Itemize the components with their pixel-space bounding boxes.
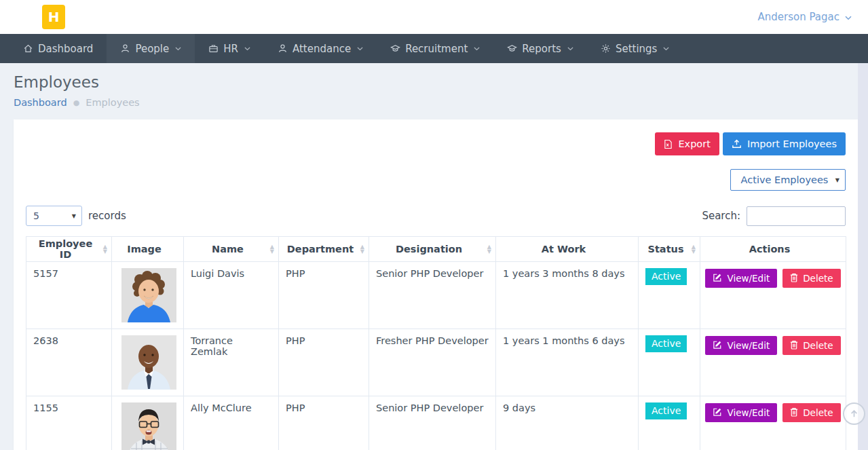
person-icon <box>278 43 288 54</box>
records-label: records <box>88 210 126 222</box>
trash-icon <box>790 273 798 284</box>
records-per-page-select[interactable]: 5 <box>26 206 82 226</box>
column-header-name[interactable]: Name▲▼ <box>184 237 279 262</box>
home-icon <box>23 43 33 54</box>
list-controls: 5 ▼ records Search: <box>26 206 846 226</box>
cell-actions: View/EditDelete <box>700 262 846 329</box>
table-header-row: Employee ID▲▼ImageName▲▼Department▲▼Desi… <box>26 237 846 262</box>
delete-button[interactable]: Delete <box>782 403 840 422</box>
excel-file-icon <box>664 139 673 149</box>
table-row: 1155 Ally McClurePHPSenior PHP Developer… <box>26 396 846 450</box>
breadcrumb-separator: ● <box>73 98 80 107</box>
view-edit-button[interactable]: View/Edit <box>705 269 777 288</box>
nav-item-dashboard[interactable]: Dashboard <box>10 34 107 63</box>
view-edit-button[interactable]: View/Edit <box>705 403 777 422</box>
employee-filter-select[interactable]: Active Employees <box>730 169 846 191</box>
delete-label: Delete <box>803 340 833 351</box>
nav-item-label: People <box>135 43 169 55</box>
delete-label: Delete <box>803 273 833 284</box>
graduation-cap-icon <box>390 43 400 54</box>
cell-name: Torrance Zemlak <box>184 329 279 396</box>
cell-at-work: 1 years 1 months 6 days <box>496 329 639 396</box>
cell-designation: Senior PHP Developer <box>369 396 496 450</box>
chevron-down-icon <box>244 47 250 51</box>
sort-icon[interactable]: ▲▼ <box>103 244 107 254</box>
trash-icon <box>790 407 798 419</box>
breadcrumb-current: Employees <box>86 97 139 108</box>
user-menu[interactable]: Anderson Pagac <box>758 11 852 23</box>
person-icon <box>120 43 130 54</box>
employees-table: Employee ID▲▼ImageName▲▼Department▲▼Desi… <box>26 236 846 450</box>
trash-icon <box>790 340 798 352</box>
cell-department: PHP <box>279 329 369 396</box>
nav-item-attendance[interactable]: Attendance <box>264 34 377 63</box>
cell-department: PHP <box>279 396 369 450</box>
export-button[interactable]: Export <box>655 132 719 155</box>
cell-name: Ally McClure <box>184 396 279 450</box>
delete-label: Delete <box>803 407 833 418</box>
page-header: Employees Dashboard ● Employees <box>0 63 868 108</box>
cell-employee-id: 5157 <box>26 262 112 329</box>
cell-designation: Fresher PHP Developer <box>369 329 496 396</box>
column-header-designation[interactable]: Designation▲▼ <box>369 237 496 262</box>
cell-employee-id: 2638 <box>26 329 112 396</box>
nav-item-reports[interactable]: Reports <box>493 34 587 63</box>
column-header-label: At Work <box>542 244 586 255</box>
column-header-label: Department <box>287 244 354 255</box>
nav-item-recruitment[interactable]: Recruitment <box>377 34 493 63</box>
up-arrow-icon <box>848 408 860 419</box>
sort-icon[interactable]: ▲▼ <box>360 244 364 254</box>
view-edit-label: View/Edit <box>727 407 770 418</box>
column-header-label: Actions <box>749 244 791 255</box>
column-header-employee-id[interactable]: Employee ID▲▼ <box>26 237 112 262</box>
top-bar: H Anderson Pagac <box>0 0 868 34</box>
breadcrumb-dashboard-link[interactable]: Dashboard <box>14 97 67 108</box>
cell-image <box>112 262 184 329</box>
cell-department: PHP <box>279 262 369 329</box>
column-header-label: Designation <box>396 244 462 255</box>
cell-status: Active <box>639 396 700 450</box>
delete-button[interactable]: Delete <box>782 336 840 355</box>
nav-item-label: Attendance <box>293 43 351 55</box>
scrollbar-track[interactable] <box>858 63 868 450</box>
status-badge: Active <box>645 335 687 352</box>
nav-item-hr[interactable]: HR <box>195 34 264 63</box>
sort-icon[interactable]: ▲▼ <box>270 244 274 254</box>
delete-button[interactable]: Delete <box>782 269 840 288</box>
sort-icon[interactable]: ▲▼ <box>487 244 491 254</box>
chevron-down-icon <box>845 16 852 20</box>
column-header-at-work: At Work <box>496 237 639 262</box>
status-badge: Active <box>645 268 687 285</box>
nav-item-people[interactable]: People <box>107 34 195 63</box>
sort-icon[interactable]: ▲▼ <box>692 244 696 254</box>
cell-at-work: 1 years 3 months 8 days <box>496 262 639 329</box>
column-header-label: Name <box>212 244 244 255</box>
graduation-cap-icon <box>507 43 517 54</box>
employee-photo <box>121 335 176 390</box>
upload-icon <box>732 139 742 149</box>
cell-employee-id: 1155 <box>26 396 112 450</box>
column-header-department[interactable]: Department▲▼ <box>279 237 369 262</box>
employee-photo <box>121 268 176 322</box>
main-nav: DashboardPeopleHRAttendanceRecruitmentRe… <box>0 34 868 63</box>
column-header-status[interactable]: Status▲▼ <box>639 237 700 262</box>
cell-actions: View/EditDelete <box>700 396 846 450</box>
column-header-label: Image <box>127 244 162 255</box>
column-header-label: Employee ID <box>39 238 92 260</box>
import-employees-button[interactable]: Import Employees <box>723 132 846 155</box>
nav-item-label: Recruitment <box>405 43 468 55</box>
nav-item-label: Settings <box>616 43 658 55</box>
nav-item-settings[interactable]: Settings <box>587 34 683 63</box>
cell-status: Active <box>639 262 700 329</box>
column-header-actions: Actions <box>700 237 846 262</box>
cell-image <box>112 396 184 450</box>
nav-item-label: Dashboard <box>38 43 93 55</box>
view-edit-button[interactable]: View/Edit <box>705 336 777 355</box>
breadcrumb: Dashboard ● Employees <box>14 97 854 108</box>
scroll-to-top-button[interactable] <box>843 402 865 425</box>
chevron-down-icon <box>567 47 573 51</box>
search-input[interactable] <box>747 206 846 226</box>
toolbar: Export Import Employees <box>26 132 846 155</box>
app-logo[interactable]: H <box>42 5 65 29</box>
filter-row: Active Employees ▼ <box>26 169 846 191</box>
